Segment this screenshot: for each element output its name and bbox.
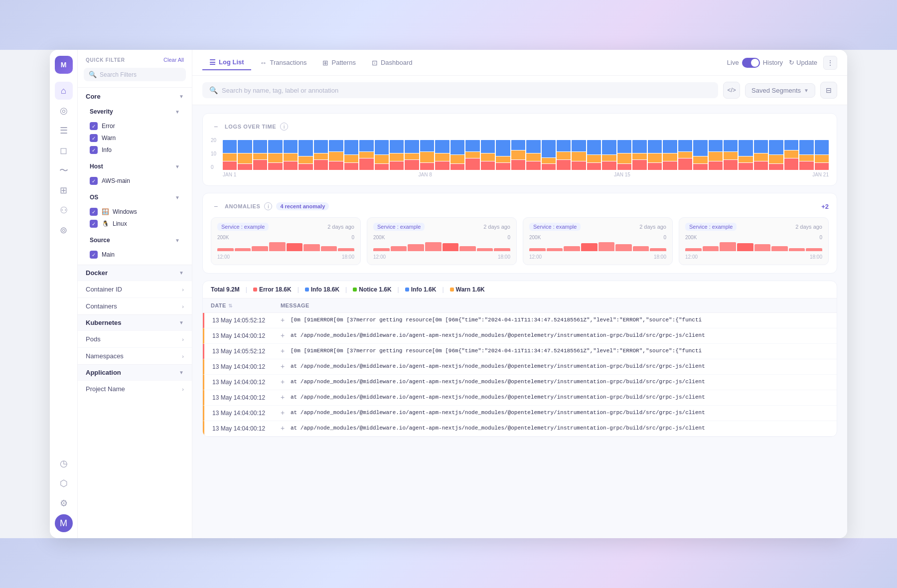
tab-patterns[interactable]: ⊞ Patterns (315, 56, 362, 70)
container-id-item[interactable]: Container ID › (78, 281, 192, 297)
anomalies-info-icon[interactable]: i (264, 202, 272, 210)
logs-info-icon[interactable]: i (280, 123, 288, 131)
anomaly-card-1: Service : example 2 days ago 200K 0 (211, 217, 361, 265)
os-windows-checkbox[interactable]: ✓ (90, 208, 98, 216)
top-bar-right: Live History ↻ Update ⋮ (727, 56, 837, 70)
clear-all-button[interactable]: Clear All (163, 57, 184, 63)
namespaces-item[interactable]: Namespaces › (78, 347, 192, 364)
error-bar-segment (693, 164, 707, 170)
search-filter-input[interactable] (100, 71, 181, 78)
nav-chart[interactable]: 〜 (55, 161, 73, 179)
anomaly-plus-button[interactable]: +2 (821, 203, 829, 210)
log-expand-button[interactable]: + (281, 409, 291, 417)
table-row[interactable]: 13 May 14:05:52:12+[0m [91mERROR[0m [37m… (203, 344, 837, 359)
nav-home[interactable]: ⌂ (55, 82, 73, 100)
logs-over-time-header: − LOGS OVER TIME i (211, 122, 829, 132)
source-section-header[interactable]: Source ▼ (78, 234, 192, 247)
nav-users[interactable]: ⊚ (55, 221, 73, 239)
logs-collapse-button[interactable]: − (211, 122, 221, 132)
table-row[interactable]: 13 May 14:04:00:12+at /app/node_modules/… (203, 359, 837, 375)
date-sort-icon[interactable]: ⇅ (228, 303, 232, 308)
x-label-jan8: JAN 8 (419, 172, 432, 177)
os-linux-checkbox[interactable]: ✓ (90, 220, 98, 228)
log-expand-button[interactable]: + (281, 424, 291, 432)
update-button[interactable]: ↻ Update (789, 59, 817, 66)
live-toggle[interactable] (742, 58, 760, 68)
log-table-header: Date ⇅ Message (203, 298, 837, 313)
source-main-checkbox[interactable]: ✓ (90, 251, 98, 259)
info-bar-segment (268, 140, 282, 153)
tab-transactions[interactable]: ↔ Transactions (253, 56, 314, 70)
log-expand-button[interactable]: + (281, 347, 291, 355)
severity-section-header[interactable]: Severity ▼ (78, 105, 192, 118)
bar-group (268, 140, 282, 170)
docker-chevron: ▼ (179, 270, 184, 276)
table-row[interactable]: 13 May 14:04:00:12+at /app/node_modules/… (203, 406, 837, 421)
info-bar-segment (223, 140, 237, 153)
log-expand-button[interactable]: + (281, 316, 291, 324)
top-banner (0, 0, 897, 50)
bar-group (526, 140, 540, 170)
nav-settings[interactable]: ⚙ (55, 494, 73, 512)
code-editor-button[interactable]: </> (723, 82, 740, 99)
bar-group (617, 140, 631, 170)
saved-segments-dropdown[interactable]: Saved Segments ▼ (745, 83, 815, 98)
table-row[interactable]: 13 May 14:04:00:12+at /app/node_modules/… (203, 328, 837, 344)
nav-avatar[interactable]: M (55, 514, 73, 532)
anomaly-1-zero: 0 (351, 235, 354, 240)
severity-error-checkbox[interactable]: ✓ (90, 122, 98, 130)
info-bar-segment (602, 140, 616, 154)
anomalies-collapse-button[interactable]: − (211, 201, 221, 211)
table-row[interactable]: 13 May 14:04:00:12+at /app/node_modules/… (203, 390, 837, 406)
info-bar-segment (405, 140, 419, 153)
bar-group (769, 140, 783, 170)
containers-item[interactable]: Containers › (78, 297, 192, 314)
log-message-cell: at /app/node_modules/@middleware.io/agen… (291, 393, 829, 402)
kubernetes-section-header[interactable]: Kubernetes ▼ (78, 315, 192, 330)
more-options-button[interactable]: ⋮ (823, 56, 837, 70)
nav-bot[interactable]: ⚇ (55, 201, 73, 219)
severity-info-checkbox[interactable]: ✓ (90, 146, 98, 154)
app-logo[interactable]: M (55, 56, 73, 74)
os-section-header[interactable]: OS ▼ (78, 191, 192, 204)
nav-logs[interactable]: ☰ (55, 122, 73, 140)
nav-box[interactable]: ⬡ (55, 474, 73, 492)
error-bar-segment (450, 164, 464, 170)
anomaly-1-service: Service : example (217, 223, 269, 231)
host-aws-checkbox[interactable]: ✓ (90, 177, 98, 185)
log-expand-button[interactable]: + (281, 362, 291, 370)
history-label[interactable]: History (763, 59, 783, 66)
anomaly-1-bars (217, 240, 354, 253)
log-expand-button[interactable]: + (281, 393, 291, 401)
error-bar-segment (678, 158, 692, 170)
filter-options-button[interactable]: ⊟ (820, 82, 837, 99)
log-date-cell: 13 May 14:05:52:12 (212, 347, 281, 356)
tab-log-list[interactable]: ☰ Log List (202, 55, 251, 70)
log-expand-button[interactable]: + (281, 331, 291, 339)
bar (494, 248, 510, 251)
log-expand-button[interactable]: + (281, 378, 291, 386)
project-name-item[interactable]: Project Name › (78, 380, 192, 397)
nav-monitor[interactable]: ◎ (55, 102, 73, 120)
pods-item[interactable]: Pods › (78, 330, 192, 347)
core-section-header[interactable]: Core ▼ (78, 88, 192, 105)
tab-dashboard[interactable]: ⊡ Dashboard (365, 56, 420, 70)
nav-file[interactable]: ◻ (55, 142, 73, 159)
nav-grid[interactable]: ⊞ (55, 181, 73, 199)
table-row[interactable]: 13 May 14:04:00:12+at /app/node_modules/… (203, 375, 837, 390)
error-bar-segment (815, 163, 829, 170)
docker-section-header[interactable]: Docker ▼ (78, 265, 192, 281)
warn-bar-segment (799, 155, 813, 161)
main-content: ☰ Log List ↔ Transactions ⊞ Patterns ⊡ D… (192, 50, 847, 538)
table-row[interactable]: 13 May 14:05:52:12+[0m [91mERROR[0m [37m… (203, 313, 837, 328)
host-section-header[interactable]: Host ▼ (78, 160, 192, 173)
host-chevron: ▼ (175, 164, 180, 169)
nav-headset[interactable]: ◷ (55, 454, 73, 472)
severity-warn-checkbox[interactable]: ✓ (90, 134, 98, 142)
application-section-header[interactable]: Application ▼ (78, 365, 192, 380)
warn-bar-segment (602, 155, 616, 161)
error-dot (253, 288, 257, 292)
main-search-input[interactable] (222, 87, 711, 94)
warn-bar-segment (238, 153, 252, 163)
table-row[interactable]: 13 May 14:04:00:12+at /app/node_modules/… (203, 421, 837, 437)
